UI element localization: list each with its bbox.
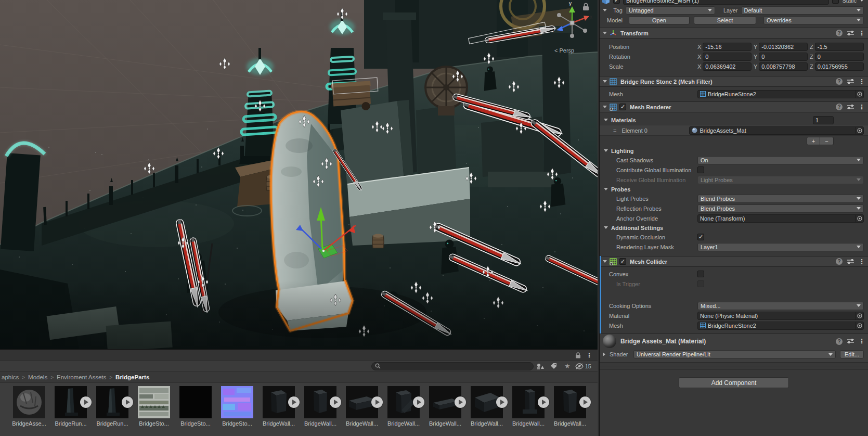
asset-thumbnail[interactable] bbox=[221, 386, 253, 418]
reflection-probes-dropdown[interactable]: Blend Probes bbox=[697, 204, 864, 213]
material-foldout[interactable] bbox=[603, 352, 605, 356]
presets-icon[interactable] bbox=[847, 79, 854, 85]
collider-mesh-field[interactable]: BridgeRuneStone2 bbox=[697, 322, 864, 330]
asset-item[interactable]: BridgeWall... bbox=[387, 386, 420, 436]
object-picker-icon[interactable] bbox=[855, 91, 863, 98]
layer-dropdown[interactable]: Default bbox=[741, 6, 864, 15]
asset-thumbnail[interactable] bbox=[346, 386, 378, 418]
asset-thumbnail[interactable] bbox=[554, 386, 586, 418]
component-menu-icon[interactable]: ⋮ bbox=[859, 104, 865, 111]
asset-item[interactable]: BridgeWall... bbox=[262, 386, 295, 436]
breadcrumb-item[interactable]: Enviroment Assets bbox=[57, 374, 106, 380]
breadcrumb-item[interactable]: Models bbox=[28, 374, 47, 380]
search-input[interactable] bbox=[371, 362, 534, 370]
asset-item[interactable]: BridgeWall... bbox=[345, 386, 379, 436]
help-icon[interactable]: ? bbox=[836, 258, 843, 265]
dynamic-occlusion-checkbox[interactable]: ✓ bbox=[697, 234, 704, 240]
anchor-override-field[interactable]: None (Transform) bbox=[697, 214, 864, 223]
light-probes-dropdown[interactable]: Blend Probes bbox=[697, 195, 864, 203]
rotation-y-field[interactable]: 0 bbox=[759, 53, 808, 61]
materials-count-field[interactable]: 1 bbox=[813, 116, 834, 124]
model-select-button[interactable]: Select bbox=[694, 16, 756, 24]
add-component-button[interactable]: Add Component bbox=[679, 377, 789, 388]
expand-subassets-badge[interactable] bbox=[538, 396, 549, 408]
rotation-x-field[interactable]: 0 bbox=[703, 53, 752, 61]
expand-subassets-badge[interactable] bbox=[496, 396, 508, 408]
help-icon[interactable]: ? bbox=[836, 78, 843, 85]
asset-thumbnail[interactable] bbox=[429, 386, 461, 418]
convex-checkbox[interactable] bbox=[697, 271, 704, 277]
mesh-collider-header[interactable]: ✓ Mesh Collider ? ⋮ bbox=[600, 256, 868, 267]
asset-thumbnail[interactable] bbox=[471, 386, 503, 418]
gameobject-name-field[interactable]: BridgeRuneStone2_MSH (1) bbox=[623, 0, 829, 5]
position-z-field[interactable]: -1.5 bbox=[815, 43, 864, 51]
scale-z-field[interactable]: 0.01756955 bbox=[815, 62, 864, 71]
mesh-object-field[interactable]: BridgeRuneStone2 bbox=[697, 90, 864, 98]
asset-item[interactable]: BridgeRun... bbox=[96, 386, 129, 436]
help-icon[interactable]: ? bbox=[836, 30, 843, 36]
mesh-renderer-header[interactable]: ✓ Mesh Renderer ? ⋮ bbox=[600, 101, 868, 112]
scale-x-field[interactable]: 0.06369402 bbox=[703, 62, 752, 71]
object-picker-icon[interactable] bbox=[855, 215, 863, 222]
asset-thumbnail[interactable] bbox=[387, 386, 420, 418]
element0-material-field[interactable]: BridgeAssets_Mat bbox=[689, 126, 864, 135]
component-enabled-checkbox[interactable]: ✓ bbox=[619, 258, 626, 265]
cooking-options-dropdown[interactable]: Mixed... bbox=[697, 302, 864, 310]
foldout-arrow[interactable] bbox=[603, 32, 607, 34]
asset-thumbnail[interactable] bbox=[55, 386, 87, 418]
additional-settings-foldout[interactable] bbox=[604, 226, 608, 229]
asset-item[interactable]: BridgeWall... bbox=[429, 386, 462, 436]
search-by-label-icon[interactable] bbox=[547, 362, 561, 371]
add-material-button[interactable]: + bbox=[807, 137, 820, 145]
asset-item[interactable]: BridgeSto... bbox=[179, 386, 212, 436]
expand-subassets-badge[interactable] bbox=[80, 396, 92, 408]
materials-foldout[interactable] bbox=[604, 119, 608, 121]
search-by-type-icon[interactable] bbox=[534, 362, 547, 371]
shader-edit-button[interactable]: Edit... bbox=[840, 350, 864, 358]
expand-subassets-badge[interactable] bbox=[579, 396, 591, 408]
asset-thumbnail[interactable] bbox=[13, 386, 45, 418]
object-picker-icon[interactable] bbox=[855, 127, 863, 134]
expand-subassets-badge[interactable] bbox=[288, 396, 300, 408]
component-menu-icon[interactable]: ⋮ bbox=[859, 30, 865, 37]
foldout-arrow[interactable] bbox=[603, 80, 607, 83]
position-y-field[interactable]: -0.01320362 bbox=[759, 43, 808, 51]
presets-icon[interactable] bbox=[847, 338, 854, 344]
help-icon[interactable]: ? bbox=[836, 338, 843, 345]
expand-subassets-badge[interactable] bbox=[455, 396, 466, 408]
component-menu-icon[interactable]: ⋮ bbox=[859, 338, 865, 345]
breadcrumb-item[interactable]: BridgeParts bbox=[115, 374, 149, 380]
foldout-arrow[interactable] bbox=[603, 106, 607, 108]
expand-subassets-badge[interactable] bbox=[330, 396, 341, 408]
active-toggle[interactable]: ✓ bbox=[613, 0, 620, 4]
scale-y-field[interactable]: 0.008757798 bbox=[759, 62, 808, 71]
rendering-layer-mask-dropdown[interactable]: Layer1 bbox=[697, 243, 864, 251]
asset-item[interactable]: BridgeWall... bbox=[470, 386, 503, 436]
object-picker-icon[interactable] bbox=[855, 312, 863, 319]
expand-subassets-badge[interactable] bbox=[371, 396, 383, 408]
material-asset-header[interactable]: Bridge Assets_Mat (Material) ? ⋮ bbox=[600, 334, 868, 349]
asset-item[interactable]: BridgeRun... bbox=[54, 386, 87, 436]
presets-icon[interactable] bbox=[847, 30, 854, 36]
panel-lock-icon[interactable] bbox=[575, 352, 581, 358]
model-open-button[interactable]: Open bbox=[629, 16, 690, 24]
asset-thumbnail[interactable] bbox=[263, 386, 295, 418]
position-x-field[interactable]: -15.16 bbox=[703, 43, 752, 51]
remove-material-button[interactable]: − bbox=[820, 137, 834, 145]
asset-thumbnail[interactable] bbox=[96, 386, 128, 418]
asset-item[interactable]: BridgeWall... bbox=[512, 386, 545, 436]
component-menu-icon[interactable]: ⋮ bbox=[859, 258, 865, 265]
help-icon[interactable]: ? bbox=[836, 104, 843, 110]
asset-thumbnail[interactable] bbox=[512, 386, 545, 418]
expand-subassets-badge[interactable] bbox=[122, 396, 133, 408]
shader-dropdown[interactable]: Universal Render Pipeline/Lit bbox=[633, 350, 836, 358]
expand-subassets-badge[interactable] bbox=[413, 396, 424, 408]
asset-thumbnail[interactable] bbox=[138, 386, 170, 418]
asset-thumbnail[interactable] bbox=[304, 386, 336, 418]
contribute-gi-checkbox[interactable] bbox=[697, 166, 704, 173]
favorites-star-icon[interactable]: ★ bbox=[561, 362, 574, 371]
tag-dropdown[interactable]: Untagged bbox=[626, 6, 715, 15]
physic-material-field[interactable]: None (Physic Material) bbox=[697, 312, 864, 320]
hidden-count-toggle[interactable]: 15 bbox=[574, 363, 594, 369]
transform-header[interactable]: Transform ? ⋮ bbox=[600, 28, 868, 39]
